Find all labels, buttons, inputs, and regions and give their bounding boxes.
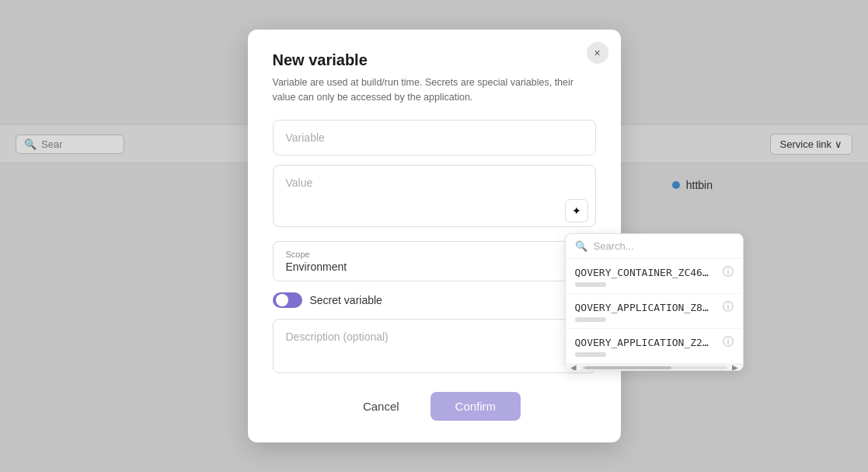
modal-title: New variable — [273, 51, 596, 69]
close-button[interactable]: × — [587, 42, 608, 64]
list-item[interactable]: QOVERY_APPLICATION_Z8... ⓘ — [566, 294, 743, 329]
description-input[interactable] — [273, 319, 596, 373]
variable-input[interactable] — [273, 120, 596, 156]
dropdown-search-bar: 🔍 — [566, 234, 743, 259]
scope-dropdown-popup: 🔍 QOVERY_CONTAINER_ZC46... ⓘ QO — [565, 233, 744, 371]
scroll-right-arrow[interactable]: ▶ — [730, 363, 740, 371]
scrollbar-thumb — [584, 366, 672, 369]
secret-toggle[interactable] — [273, 292, 302, 308]
value-textarea[interactable] — [273, 165, 596, 227]
info-icon[interactable]: ⓘ — [723, 335, 734, 349]
cancel-button[interactable]: Cancel — [347, 392, 415, 421]
scroll-left-arrow[interactable]: ◀ — [569, 363, 578, 371]
scrollbar-track — [581, 366, 727, 369]
modal-footer: Cancel Confirm — [273, 392, 596, 421]
info-icon[interactable]: ⓘ — [723, 300, 734, 314]
modal-subtitle: Variable are used at build/run time. Sec… — [273, 75, 596, 105]
list-item[interactable]: QOVERY_APPLICATION_Z2... ⓘ — [566, 329, 743, 364]
scope-value: Environment — [286, 260, 583, 273]
item-name: QOVERY_CONTAINER_ZC46... — [575, 267, 715, 278]
secret-label: Secret variable — [310, 294, 382, 306]
info-icon[interactable]: ⓘ — [723, 265, 734, 279]
magic-icon: ✦ — [572, 205, 581, 217]
value-wrapper: ✦ 🔍 QOVERY_CONTAINER_ZC46... ⓘ — [273, 165, 596, 230]
list-item[interactable]: QOVERY_CONTAINER_ZC46... ⓘ — [566, 259, 743, 294]
modal-overlay: × New variable Variable are used at buil… — [0, 0, 868, 472]
cancel-label: Cancel — [363, 400, 399, 413]
search-icon: 🔍 — [575, 240, 587, 252]
item-sub — [575, 317, 606, 322]
magic-icon-button[interactable]: ✦ — [565, 199, 588, 222]
new-variable-modal: × New variable Variable are used at buil… — [248, 30, 621, 443]
secret-variable-row: Secret variable — [273, 292, 596, 308]
scope-field[interactable]: Scope Environment — [273, 241, 596, 281]
horizontal-scrollbar: ◀ ▶ — [566, 364, 743, 370]
confirm-label: Confirm — [455, 400, 497, 413]
item-name: QOVERY_APPLICATION_Z8... — [575, 302, 715, 313]
dropdown-search-input[interactable] — [594, 240, 734, 252]
item-sub — [575, 282, 606, 287]
dropdown-list: QOVERY_CONTAINER_ZC46... ⓘ QOVERY_APPLIC… — [566, 259, 743, 364]
item-name: QOVERY_APPLICATION_Z2... — [575, 337, 715, 348]
item-sub — [575, 352, 606, 357]
confirm-button[interactable]: Confirm — [431, 392, 521, 421]
scope-label: Scope — [286, 250, 583, 259]
toggle-thumb — [276, 294, 288, 306]
close-icon: × — [594, 47, 600, 59]
